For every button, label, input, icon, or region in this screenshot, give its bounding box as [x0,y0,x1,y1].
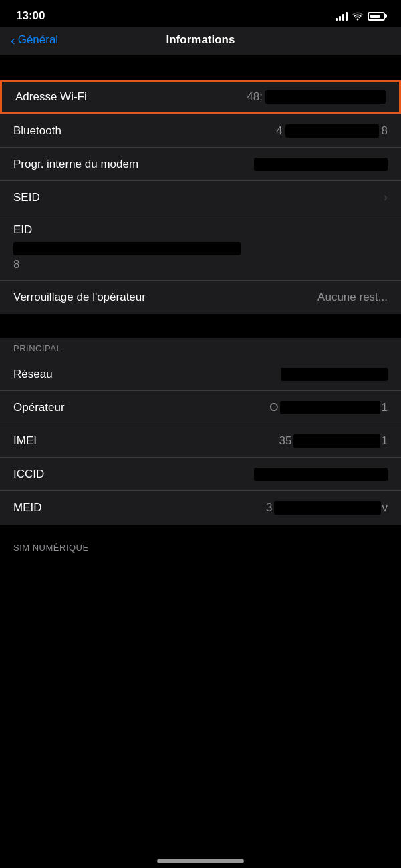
status-bar: 13:00 [0,0,401,27]
imei-value-start: 35 [279,434,292,448]
signal-icon [336,11,348,21]
battery-icon [368,12,385,21]
wifi-icon [352,11,364,21]
modem-row[interactable]: Progr. interne du modem [0,148,401,181]
eid-row[interactable]: EID 8 [0,214,401,281]
back-label: Général [18,33,58,47]
section-gap-2 [0,314,401,338]
seid-label: SEID [13,191,40,204]
operateur-label: Opérateur [13,401,65,414]
operateur-value-end: 1 [382,401,388,414]
wifi-address-row[interactable]: Adresse Wi-Fi 48: [0,80,401,114]
meid-value-end: v [382,501,388,515]
eid-value-redacted [13,242,241,255]
sim-numerique-gap: SIM NUMÉRIQUE [0,525,401,558]
eid-sub: 8 [13,258,19,271]
back-button[interactable]: ‹ Général [11,33,58,47]
back-chevron-icon: ‹ [11,33,15,47]
iccid-label: ICCID [13,468,44,481]
imei-label: IMEI [13,434,37,448]
wifi-value-start: 48: [247,90,263,104]
principal-settings-group: Réseau Opérateur O 1 IMEI 35 1 ICCID MEI… [0,357,401,525]
wifi-value-redacted [265,90,386,104]
iccid-row[interactable]: ICCID [0,458,401,491]
wifi-label: Adresse Wi-Fi [15,90,87,104]
meid-value-redacted [274,501,381,515]
meid-value-start: 3 [266,501,272,515]
section-sim-header: SIM NUMÉRIQUE [13,543,89,553]
status-icons [336,11,385,21]
bluetooth-row[interactable]: Bluetooth 4 8 [0,114,401,148]
nav-bar: ‹ Général Informations [0,27,401,55]
home-indicator [157,859,244,863]
operateur-row[interactable]: Opérateur O 1 [0,391,401,424]
page-title: Informations [166,33,235,47]
imei-row[interactable]: IMEI 35 1 [0,424,401,458]
seid-row[interactable]: SEID › [0,181,401,214]
eid-label: EID [13,223,388,237]
meid-label: MEID [13,501,42,515]
operator-lock-row[interactable]: Verrouillage de l'opérateur Aucune rest.… [0,281,401,314]
bluetooth-value-start: 4 [276,124,282,138]
chevron-right-icon: › [384,190,388,204]
operator-lock-value: Aucune rest... [317,291,388,304]
bluetooth-value-redacted [285,124,379,138]
section-principal-header: PRINCIPAL [0,338,401,357]
reseau-label: Réseau [13,368,53,381]
status-time: 13:00 [16,9,45,23]
operator-lock-label: Verrouillage de l'opérateur [13,291,146,304]
reseau-row[interactable]: Réseau [0,357,401,391]
reseau-value-redacted [281,368,388,381]
meid-row[interactable]: MEID 3 v [0,491,401,525]
section-gap-top [0,55,401,80]
imei-value-redacted [293,434,380,448]
imei-value-end: 1 [382,434,388,448]
operateur-value-start: O [269,401,278,414]
bluetooth-value-end: 8 [382,124,388,138]
iccid-value-redacted [254,468,388,481]
modem-label: Progr. interne du modem [13,158,138,171]
modem-value-redacted [254,158,388,171]
operateur-value-redacted [280,401,380,414]
bluetooth-label: Bluetooth [13,124,61,138]
network-settings-group: Adresse Wi-Fi 48: Bluetooth 4 8 Progr. i… [0,80,401,314]
